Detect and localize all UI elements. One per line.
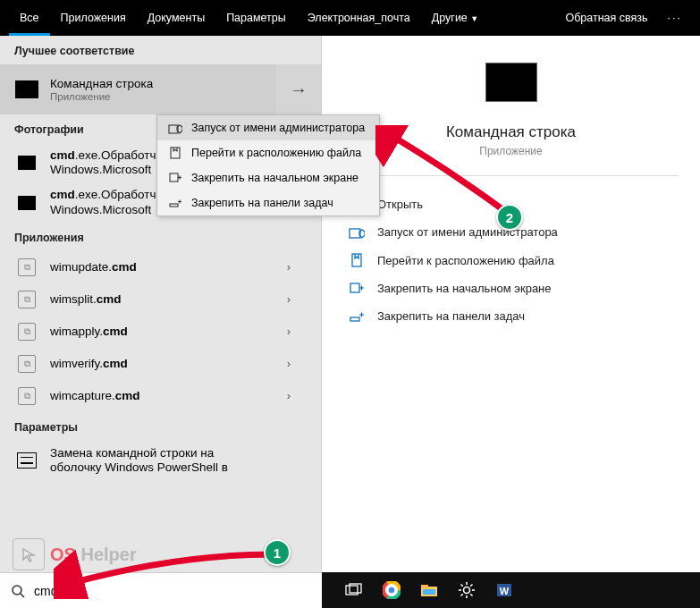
filter-tab-all[interactable]: Все <box>9 0 50 36</box>
search-input[interactable] <box>34 584 311 598</box>
ctx-pin-taskbar[interactable]: Закрепить на панели задач <box>157 190 379 215</box>
pin-taskbar-icon <box>347 311 367 322</box>
svg-rect-20 <box>421 585 428 588</box>
pin-taskbar-icon <box>166 198 184 207</box>
section-settings: Параметры <box>0 412 321 441</box>
svg-rect-6 <box>171 148 180 158</box>
svg-rect-1 <box>350 229 360 238</box>
overflow-menu[interactable]: ··· <box>659 12 691 24</box>
svg-rect-7 <box>170 173 178 182</box>
context-menu: Запуск от имени администратора Перейти к… <box>156 114 380 216</box>
svg-point-9 <box>13 586 21 595</box>
action-open-location[interactable]: Перейти к расположению файла <box>343 246 679 274</box>
preview-app-icon <box>485 63 537 102</box>
script-icon: ⧉ <box>14 257 39 278</box>
divider <box>343 175 679 176</box>
chrome-icon[interactable] <box>381 579 402 601</box>
ctx-open-location[interactable]: Перейти к расположению файла <box>157 140 379 165</box>
annotation-badge-1: 1 <box>264 539 291 566</box>
shield-run-icon <box>166 122 184 134</box>
filter-tab-settings[interactable]: Параметры <box>215 0 297 36</box>
feedback-link[interactable]: Обратная связь <box>554 0 658 36</box>
svg-rect-8 <box>170 204 178 207</box>
app-result-5[interactable]: ⧉ wimcapture.cmd › <box>0 380 321 412</box>
shield-run-icon <box>347 226 367 239</box>
script-icon: ⧉ <box>14 385 39 407</box>
section-best-match: Лучшее соответствие <box>0 36 321 64</box>
chevron-right-icon[interactable]: › <box>271 260 307 274</box>
search-filter-bar: Все Приложения Документы Параметры Элект… <box>0 0 700 36</box>
pin-start-icon <box>347 283 367 295</box>
action-pin-start[interactable]: Закрепить на начальном экране <box>343 274 679 302</box>
app-result-2[interactable]: ⧉ wimsplit.cmd › <box>0 283 321 316</box>
chevron-right-icon[interactable]: › <box>271 389 307 402</box>
arrow-right-icon: → <box>290 80 308 100</box>
svg-line-29 <box>461 594 463 595</box>
taskbar: W <box>0 572 700 608</box>
section-apps: Приложения <box>0 223 321 251</box>
cmd-icon <box>14 192 39 214</box>
svg-text:W: W <box>500 586 510 596</box>
chevron-right-icon[interactable]: › <box>271 325 307 338</box>
chevron-right-icon[interactable]: › <box>271 292 307 306</box>
filter-tab-email[interactable]: Электронная_почта <box>297 0 421 36</box>
svg-line-28 <box>470 594 472 595</box>
best-match-title: Командная строка <box>50 77 276 91</box>
svg-rect-2 <box>352 254 361 266</box>
file-explorer-icon[interactable] <box>418 579 440 601</box>
cmd-icon <box>14 152 39 173</box>
folder-location-icon <box>166 147 184 159</box>
filter-tab-more[interactable]: Другие ▼ <box>421 0 489 36</box>
chevron-right-icon[interactable]: › <box>271 357 307 370</box>
cmd-icon <box>14 79 39 100</box>
svg-line-10 <box>21 594 24 597</box>
action-pin-taskbar[interactable]: Закрепить на панели задач <box>343 302 679 330</box>
expand-button[interactable]: → <box>276 64 321 114</box>
search-icon <box>11 584 25 598</box>
cursor-icon <box>13 538 45 570</box>
script-icon: ⧉ <box>14 321 39 342</box>
pin-start-icon <box>166 173 184 183</box>
svg-line-27 <box>461 585 463 587</box>
annotation-badge-2: 2 <box>496 204 523 231</box>
settings-gear-icon[interactable] <box>456 579 477 601</box>
word-icon[interactable]: W <box>493 579 515 601</box>
script-icon: ⧉ <box>14 289 39 310</box>
svg-line-30 <box>470 585 472 587</box>
settings-list-icon <box>14 450 39 471</box>
svg-rect-4 <box>350 317 359 321</box>
watermark: OS Helper <box>13 538 137 570</box>
svg-rect-3 <box>350 283 359 292</box>
ctx-run-as-admin[interactable]: Запуск от имени администратора <box>157 115 379 140</box>
svg-rect-21 <box>423 589 435 595</box>
app-result-1[interactable]: ⧉ wimupdate.cmd › <box>0 251 321 283</box>
best-match-row[interactable]: Командная строка Приложение → <box>0 64 321 114</box>
best-match-sub: Приложение <box>50 91 276 102</box>
filter-tab-documents[interactable]: Документы <box>137 0 215 36</box>
script-icon: ⧉ <box>14 353 39 375</box>
app-result-3[interactable]: ⧉ wimapply.cmd › <box>0 316 321 348</box>
folder-location-icon <box>347 253 367 267</box>
task-view-button[interactable] <box>343 579 365 601</box>
svg-point-22 <box>464 587 470 594</box>
ctx-pin-start[interactable]: Закрепить на начальном экране <box>157 165 379 190</box>
filter-tab-apps[interactable]: Приложения <box>50 0 137 36</box>
app-result-4[interactable]: ⧉ wimverify.cmd › <box>0 348 321 380</box>
taskbar-search[interactable] <box>0 572 322 608</box>
settings-result-1[interactable]: Замена командной строки наоболочку Windo… <box>0 441 321 480</box>
